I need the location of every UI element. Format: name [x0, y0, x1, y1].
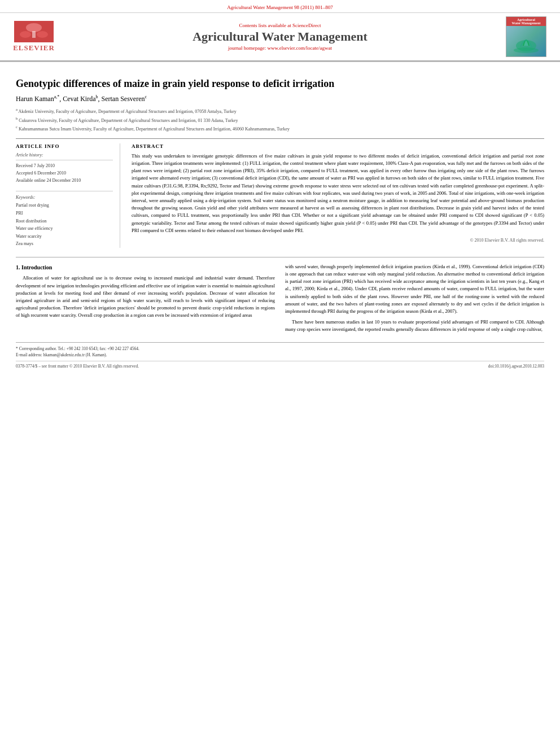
article-info-abstract-section: ARTICLE INFO Article history: Received 7…	[16, 138, 544, 248]
footnote-area: * Corresponding author. Tel.: +90 242 31…	[16, 342, 544, 357]
author-b-name: , Cevat Kirda	[59, 95, 95, 103]
article-info-label: ARTICLE INFO	[16, 143, 113, 149]
article-dates: Received 7 July 2010 Accepted 6 December…	[16, 160, 113, 184]
available-date: Available online 24 December 2010	[16, 177, 113, 185]
keyword-2: Root distribution	[16, 217, 113, 225]
journal-logo-right: AgriculturalWater Management	[504, 16, 549, 57]
author-c-sup: c	[145, 94, 147, 99]
paper-container: Genotypic differences of maize in grain …	[0, 62, 560, 374]
affiliations: a Akdeniz University, Faculty of Agricul…	[16, 107, 544, 133]
journal-title: Agricultural Water Management	[56, 29, 504, 44]
contents-line: Contents lists available at ScienceDirec…	[56, 23, 504, 28]
top-banner: ELSEVIER Contents lists available at Sci…	[0, 13, 560, 62]
article-history-label: Article history:	[16, 152, 113, 158]
body-columns: 1. Introduction Allocation of water for …	[16, 257, 544, 337]
svg-point-4	[37, 31, 48, 38]
svg-point-1	[26, 23, 42, 32]
svg-rect-2	[32, 31, 36, 38]
intro-para-2: with saved water, through properly imple…	[285, 263, 544, 315]
journal-title-center: Contents lists available at ScienceDirec…	[56, 23, 504, 51]
affiliation-a: a Akdeniz University, Faculty of Agricul…	[16, 107, 544, 115]
body-col-right: with saved water, through properly imple…	[285, 263, 544, 337]
footer-issn: 0378-3774/$ – see front matter © 2010 El…	[16, 364, 139, 369]
authors-line: Harun Kamana,*, Cevat Kirdab, Sertan Ses…	[16, 94, 544, 103]
journal-logo-box: AgriculturalWater Management	[506, 16, 546, 57]
intro-para-1: Allocation of water for agricultural use…	[16, 274, 275, 319]
keyword-4: Water scarcity	[16, 233, 113, 241]
intro-heading: 1. Introduction	[16, 263, 275, 272]
keyword-1: PRI	[16, 209, 113, 217]
received-date: Received 7 July 2010	[16, 163, 113, 170]
footnote-corresponding: * Corresponding author. Tel.: +90 242 31…	[16, 346, 544, 351]
logo-image	[506, 26, 546, 56]
keyword-3: Water use efficiency	[16, 225, 113, 233]
logo-top-label: AgriculturalWater Management	[506, 17, 546, 26]
keyword-0: Partial root drying	[16, 202, 113, 209]
abstract-text: This study was undertaken to investigate…	[132, 152, 544, 234]
journal-header: Agricultural Water Management 98 (2011) …	[0, 0, 560, 13]
copyright-line: © 2010 Elsevier B.V. All rights reserved…	[132, 238, 544, 243]
accepted-date: Accepted 6 December 2010	[16, 170, 113, 177]
author-a-sup: a,*	[54, 94, 60, 99]
elsevier-box	[14, 21, 54, 42]
elsevier-logo: ELSEVIER	[11, 21, 56, 53]
footnote-email: E-mail address: hkaman@akdeniz.edu.tr (H…	[16, 352, 544, 357]
footer-bottom: 0378-3774/$ – see front matter © 2010 El…	[16, 361, 544, 369]
affiliation-c: c Kahramanmaras Sutcu Imam University, F…	[16, 124, 544, 133]
journal-citation: Agricultural Water Management 98 (2011) …	[227, 5, 333, 10]
svg-point-6	[514, 47, 539, 53]
homepage-line: journal homepage: www.elsevier.com/locat…	[56, 45, 504, 51]
author-a-name: Harun Kaman	[16, 95, 54, 103]
article-info-column: ARTICLE INFO Article history: Received 7…	[16, 143, 120, 248]
keywords-label: Keywords:	[16, 195, 113, 200]
body-col-left: 1. Introduction Allocation of water for …	[16, 263, 275, 337]
author-c-name: , Sertan Sesveren	[98, 95, 145, 103]
abstract-column: ABSTRACT This study was undertaken to in…	[132, 143, 544, 248]
abstract-label: ABSTRACT	[132, 143, 544, 149]
elsevier-text: ELSEVIER	[13, 43, 55, 53]
paper-title: Genotypic differences of maize in grain …	[16, 78, 544, 90]
keywords-section: Keywords: Partial root drying PRI Root d…	[16, 191, 113, 248]
intro-para-3: There have been numerous studies in last…	[285, 318, 544, 333]
affiliation-b: b Cukurova University, Faculty of Agricu…	[16, 116, 544, 124]
svg-point-3	[20, 31, 31, 38]
keywords-list: Partial root drying PRI Root distributio…	[16, 202, 113, 248]
footer-doi: doi:10.1016/j.agwat.2010.12.003	[488, 364, 544, 369]
keyword-5: Zea mays	[16, 240, 113, 248]
